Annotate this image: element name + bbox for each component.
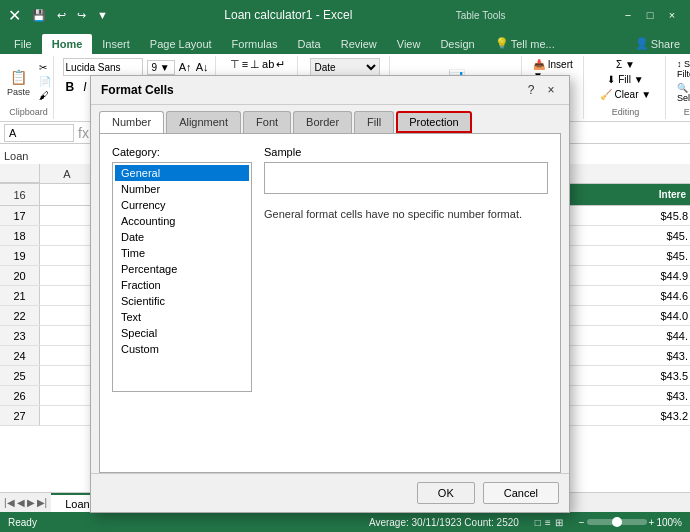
indent-btn[interactable]: ↵: [276, 58, 285, 71]
sheet-nav-prev[interactable]: ◀: [17, 497, 25, 508]
tab-share[interactable]: 👤 Share: [625, 33, 690, 54]
normal-view-btn[interactable]: □: [535, 517, 541, 528]
sheet-nav-first[interactable]: |◀: [4, 497, 15, 508]
decrease-font-btn[interactable]: A↓: [196, 61, 209, 73]
quick-access-dropdown[interactable]: ▼: [93, 7, 112, 23]
name-box[interactable]: [4, 124, 74, 142]
category-section: Category: General Number Currency Accoun…: [112, 146, 252, 392]
bold-btn[interactable]: B: [63, 79, 78, 95]
italic-btn[interactable]: I: [80, 79, 89, 95]
tab-file[interactable]: File: [4, 34, 42, 54]
dialog-close-btn[interactable]: ×: [543, 82, 559, 98]
row-25-a[interactable]: [40, 366, 95, 385]
row-20-a[interactable]: [40, 266, 95, 285]
row-16-a[interactable]: [40, 184, 95, 205]
document-title: Loan calculator1 - Excel: [224, 8, 352, 22]
clear-button[interactable]: 🧹 Clear ▼: [597, 88, 654, 101]
row-19-num: 19: [0, 246, 40, 265]
row-27-a[interactable]: [40, 406, 95, 425]
minimize-btn[interactable]: −: [618, 5, 638, 25]
category-item-custom[interactable]: Custom: [115, 341, 249, 357]
page-layout-view-btn[interactable]: ≡: [545, 517, 551, 528]
zoom-control: − + 100%: [579, 517, 682, 528]
category-item-special[interactable]: Special: [115, 325, 249, 341]
zoom-in-btn[interactable]: +: [649, 517, 655, 528]
row-26-num: 26: [0, 386, 40, 405]
ok-button[interactable]: OK: [417, 482, 475, 504]
zoom-out-btn[interactable]: −: [579, 517, 585, 528]
category-item-date[interactable]: Date: [115, 229, 249, 245]
tab-tell-me[interactable]: 💡 Tell me...: [485, 33, 565, 54]
sheet-nav-last[interactable]: ▶|: [37, 497, 48, 508]
category-item-time[interactable]: Time: [115, 245, 249, 261]
row-24-a[interactable]: [40, 346, 95, 365]
tab-page-layout[interactable]: Page Layout: [140, 34, 222, 54]
category-item-percentage[interactable]: Percentage: [115, 261, 249, 277]
cancel-button[interactable]: Cancel: [483, 482, 559, 504]
stats-text: Average: 30/11/1923 Count: 2520: [369, 517, 519, 528]
paste-button[interactable]: 📋 Paste: [3, 65, 34, 99]
category-item-scientific[interactable]: Scientific: [115, 293, 249, 309]
view-buttons: □ ≡ ⊞: [535, 517, 563, 528]
tab-insert[interactable]: Insert: [92, 34, 140, 54]
dialog-tab-border[interactable]: Border: [293, 111, 352, 133]
save-quick-btn[interactable]: 💾: [28, 7, 50, 24]
sample-section: Sample General format cells have no spec…: [264, 146, 548, 392]
dialog-tab-fill[interactable]: Fill: [354, 111, 394, 133]
dialog-help-btn[interactable]: ?: [523, 82, 539, 98]
undo-quick-btn[interactable]: ↩: [53, 7, 70, 24]
dialog-tab-number[interactable]: Number: [99, 111, 164, 133]
row-num-header: [0, 164, 40, 183]
dialog-tab-protection[interactable]: Protection: [396, 111, 472, 133]
row-22-a[interactable]: [40, 306, 95, 325]
sample-box: [264, 162, 548, 194]
category-item-currency[interactable]: Currency: [115, 197, 249, 213]
sort-button[interactable]: ↕ Sort & Filter ▼: [674, 58, 690, 80]
find-button[interactable]: 🔍 Find & Select ▼: [674, 82, 690, 104]
tab-home[interactable]: Home: [42, 34, 93, 54]
sortfind-buttons: ↕ Sort & Filter ▼ 🔍 Find & Select ▼: [674, 58, 690, 105]
dialog-tab-alignment[interactable]: Alignment: [166, 111, 241, 133]
cut-button[interactable]: ✂: [36, 61, 54, 74]
number-format-select[interactable]: Date General Number Currency: [310, 58, 380, 76]
col-header-a[interactable]: A: [40, 164, 95, 183]
tab-view[interactable]: View: [387, 34, 431, 54]
fill-button[interactable]: ⬇ Fill ▼: [604, 73, 646, 86]
align-bottom-btn[interactable]: ⊥: [250, 58, 260, 71]
copy-button[interactable]: 📄: [36, 75, 54, 88]
zoom-slider[interactable]: [587, 519, 647, 525]
category-item-accounting[interactable]: Accounting: [115, 213, 249, 229]
sheet-nav-next[interactable]: ▶: [27, 497, 35, 508]
row-19-a[interactable]: [40, 246, 95, 265]
category-item-text[interactable]: Text: [115, 309, 249, 325]
clipboard-buttons: 📋 Paste ✂ 📄 🖌: [3, 58, 54, 105]
increase-font-btn[interactable]: A↑: [179, 61, 192, 73]
redo-quick-btn[interactable]: ↪: [73, 7, 90, 24]
dialog-tab-font[interactable]: Font: [243, 111, 291, 133]
title-bar-center: Loan calculator1 - Excel Table Tools: [112, 8, 618, 22]
tab-formulas[interactable]: Formulas: [222, 34, 288, 54]
close-btn[interactable]: ×: [662, 5, 682, 25]
row-17-a[interactable]: [40, 206, 95, 225]
sortfind-label: Editing: [684, 107, 690, 117]
category-item-general[interactable]: General: [115, 165, 249, 181]
tab-data[interactable]: Data: [287, 34, 330, 54]
autosum-button[interactable]: Σ ▼: [613, 58, 638, 71]
page-break-view-btn[interactable]: ⊞: [555, 517, 563, 528]
category-list[interactable]: General Number Currency Accounting Date …: [112, 162, 252, 392]
category-item-number[interactable]: Number: [115, 181, 249, 197]
tab-review[interactable]: Review: [331, 34, 387, 54]
font-name-input[interactable]: [63, 58, 143, 76]
font-size-dropdown[interactable]: 9 ▼: [147, 60, 175, 75]
tab-design[interactable]: Design: [430, 34, 484, 54]
align-top-btn[interactable]: ⊤: [230, 58, 240, 71]
orientation-btn[interactable]: ab: [262, 58, 274, 71]
maximize-btn[interactable]: □: [640, 5, 660, 25]
row-26-a[interactable]: [40, 386, 95, 405]
row-23-a[interactable]: [40, 326, 95, 345]
row-21-a[interactable]: [40, 286, 95, 305]
format-painter-button[interactable]: 🖌: [36, 89, 54, 102]
row-18-a[interactable]: [40, 226, 95, 245]
category-item-fraction[interactable]: Fraction: [115, 277, 249, 293]
align-middle-btn[interactable]: ≡: [242, 58, 248, 71]
